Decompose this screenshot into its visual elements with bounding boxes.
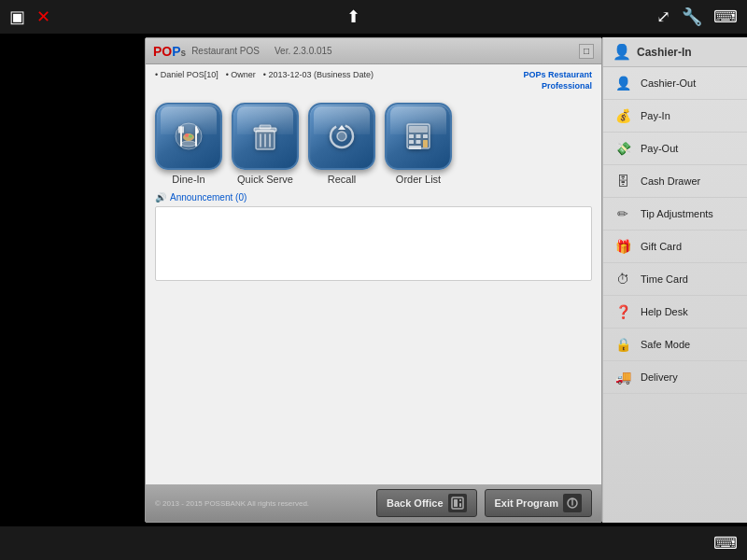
sidebar-item-help-desk[interactable]: ❓ Help Desk <box>603 296 747 329</box>
cashier-in-label: Cashier-In <box>637 46 692 59</box>
keyboard-top-icon[interactable]: ⌨ <box>713 7 738 27</box>
sidebar-item-cash-drawer[interactable]: 🗄 Cash Drawer <box>603 165 747 198</box>
announcement-section: 🔊 Announcement (0) <box>155 192 592 281</box>
delivery-icon: 🚚 <box>613 367 633 387</box>
close-icon[interactable]: ✕ <box>36 7 50 27</box>
svg-rect-29 <box>459 503 461 507</box>
svg-rect-21 <box>423 134 428 138</box>
right-sidebar: 👤 Cashier-In 👤 Cashier-Out 💰 Pay-In 💸 Pa… <box>602 37 747 523</box>
wrench-icon[interactable]: 🔧 <box>682 7 702 27</box>
pay-out-icon: 💸 <box>613 138 633 159</box>
svg-point-8 <box>189 135 192 138</box>
terminal-info: • Daniel POS[10] <box>155 70 218 79</box>
sidebar-item-delivery[interactable]: 🚚 Delivery <box>603 361 747 394</box>
exit-program-label: Exit Program <box>495 497 558 509</box>
keyboard-bottom-icon[interactable]: ⌨ <box>713 533 738 553</box>
announcement-title: Announcement (0) <box>170 192 247 203</box>
back-office-button[interactable]: Back Office <box>376 489 477 517</box>
svg-rect-23 <box>416 140 421 144</box>
svg-point-6 <box>183 133 194 141</box>
info-bar: • Daniel POS[10] • Owner • 2013-12-03 (B… <box>146 64 601 95</box>
cashier-out-icon: 👤 <box>613 73 633 93</box>
quick-serve-icon <box>232 103 299 170</box>
recall-icon <box>308 103 375 170</box>
window-footer: © 2013 - 2015 POSSBANK All rights reserv… <box>146 484 601 522</box>
sidebar-item-pay-in[interactable]: 💰 Pay-In <box>603 100 747 133</box>
top-taskbar: ▣ ✕ ⬆ ⤢ 🔧 ⌨ <box>0 0 747 34</box>
app-version: Ver. 2.3.0.015 <box>275 46 332 56</box>
gift-card-label: Gift Card <box>641 241 682 252</box>
bottom-taskbar: ⌨ <box>0 526 747 560</box>
exit-program-icon <box>563 494 582 512</box>
announcement-body <box>155 206 592 281</box>
role-info: • Owner <box>226 70 256 79</box>
order-list-button[interactable]: Order List <box>385 103 452 185</box>
pay-out-label: Pay-Out <box>641 143 678 154</box>
back-office-label: Back Office <box>387 497 444 509</box>
main-window: POPs Restaurant POS Ver. 2.3.0.015 □ • D… <box>145 37 602 523</box>
date-info: • 2013-12-03 (Business Date) <box>263 70 374 79</box>
recall-button[interactable]: Recall <box>308 103 375 185</box>
quick-serve-label: Quick Serve <box>237 174 293 185</box>
main-grid: Dine-In Q <box>146 95 601 484</box>
svg-rect-27 <box>454 499 458 507</box>
cashier-in-icon: 👤 <box>613 43 631 61</box>
sidebar-cashier-in-header: 👤 Cashier-In <box>603 37 747 67</box>
order-list-label: Order List <box>396 174 441 185</box>
dine-in-icon <box>155 103 222 170</box>
svg-rect-25 <box>409 146 421 149</box>
monitor-icon[interactable]: ▣ <box>9 7 25 27</box>
svg-rect-24 <box>423 140 428 147</box>
sidebar-item-safe-mode[interactable]: 🔒 Safe Mode <box>603 329 747 361</box>
dine-in-label: Dine-In <box>172 174 204 185</box>
svg-rect-20 <box>416 134 421 138</box>
sidebar-item-pay-out[interactable]: 💸 Pay-Out <box>603 133 747 165</box>
cash-drawer-icon: 🗄 <box>613 171 633 191</box>
quick-serve-button[interactable]: Quick Serve <box>232 103 299 185</box>
order-list-icon <box>385 103 452 170</box>
svg-rect-18 <box>409 126 428 133</box>
tip-adjustments-icon: ✏ <box>613 203 633 224</box>
window-titlebar: POPs Restaurant POS Ver. 2.3.0.015 □ <box>146 38 601 64</box>
svg-rect-19 <box>409 134 414 138</box>
help-desk-icon: ❓ <box>613 301 633 322</box>
help-desk-label: Help Desk <box>641 306 688 317</box>
back-office-icon <box>448 494 467 512</box>
pay-in-label: Pay-In <box>641 110 670 121</box>
expand-icon[interactable]: ⤢ <box>656 7 670 27</box>
brand-info-right: POPs Restaurant Professional <box>523 70 592 91</box>
sidebar-item-time-card[interactable]: ⏱ Time Card <box>603 263 747 296</box>
app-subtitle: Restaurant POS <box>191 46 260 56</box>
announcement-header[interactable]: 🔊 Announcement (0) <box>155 192 592 203</box>
time-card-icon: ⏱ <box>613 269 633 289</box>
safe-mode-icon: 🔒 <box>613 334 633 355</box>
sidebar-item-cashier-out[interactable]: 👤 Cashier-Out <box>603 67 747 100</box>
svg-point-5 <box>181 141 196 147</box>
pay-in-icon: 💰 <box>613 105 633 126</box>
sidebar-item-gift-card[interactable]: 🎁 Gift Card <box>603 231 747 263</box>
delivery-label: Delivery <box>641 371 678 383</box>
upload-icon[interactable]: ⬆ <box>346 7 360 27</box>
app-logo: POPs <box>153 44 186 59</box>
sidebar-item-tip-adjustments[interactable]: ✏ Tip Adjustments <box>603 198 747 231</box>
dine-in-button[interactable]: Dine-In <box>155 103 222 185</box>
svg-rect-28 <box>459 499 461 501</box>
copyright-text: © 2013 - 2015 POSSBANK All rights reserv… <box>155 499 369 508</box>
svg-point-16 <box>337 132 346 141</box>
safe-mode-label: Safe Mode <box>641 339 690 350</box>
info-bar-left: • Daniel POS[10] • Owner • 2013-12-03 (B… <box>155 70 374 79</box>
svg-point-7 <box>185 133 189 137</box>
window-content: • Daniel POS[10] • Owner • 2013-12-03 (B… <box>146 64 601 484</box>
exit-program-button[interactable]: Exit Program <box>485 489 592 517</box>
gift-card-icon: 🎁 <box>613 236 633 257</box>
window-close-button[interactable]: □ <box>579 44 594 59</box>
cash-drawer-label: Cash Drawer <box>641 175 700 187</box>
svg-rect-11 <box>260 125 271 129</box>
tip-adjustments-label: Tip Adjustments <box>641 208 713 219</box>
time-card-label: Time Card <box>641 273 688 285</box>
recall-label: Recall <box>328 174 357 185</box>
svg-rect-22 <box>409 140 414 144</box>
app-buttons-row: Dine-In Q <box>155 103 592 185</box>
announcement-speaker-icon: 🔊 <box>155 192 166 203</box>
cashier-out-label: Cashier-Out <box>641 77 696 89</box>
